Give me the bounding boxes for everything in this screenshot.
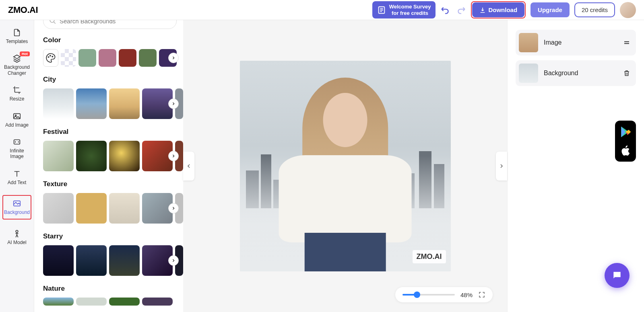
bg-thumb-starry[interactable] (109, 245, 140, 276)
bg-thumb-starry[interactable] (43, 245, 74, 276)
canvas-prev-button[interactable] (183, 152, 194, 181)
avatar[interactable] (620, 2, 636, 18)
survey-icon (377, 6, 386, 14)
palette-icon (45, 53, 56, 63)
canvas-image[interactable]: ZMO.AI (240, 61, 451, 271)
layer-image[interactable]: Image (516, 30, 636, 55)
bg-thumb-festival[interactable] (43, 141, 74, 171)
scroll-right-texture[interactable] (168, 203, 179, 213)
search-input[interactable] (60, 20, 171, 25)
transparent-swatch[interactable] (61, 49, 76, 67)
sidebar-item-background[interactable]: Background (2, 195, 31, 219)
section-texture-title: Texture (43, 180, 177, 188)
welcome-survey-button[interactable]: Welcome Survey for free credits (372, 1, 436, 18)
background-panel: Color City Festival (34, 20, 183, 312)
chat-icon (612, 270, 622, 281)
bg-thumb-texture[interactable] (109, 193, 140, 224)
canvas-area: ZMO.AI 48% (183, 20, 507, 312)
sidebar-item-templates[interactable]: Templates (2, 28, 31, 44)
chevron-right-icon (498, 163, 505, 169)
layer-background[interactable]: Background (516, 60, 636, 86)
trash-icon[interactable] (623, 70, 630, 77)
image-icon (12, 112, 21, 121)
drag-handle-icon[interactable] (623, 39, 630, 46)
search-icon (49, 20, 56, 25)
section-nature-title: Nature (43, 285, 177, 293)
background-icon (12, 199, 21, 208)
crop-icon (12, 86, 21, 94)
bg-thumb-city[interactable] (43, 88, 74, 119)
color-swatch[interactable] (99, 49, 116, 67)
download-highlight: Download (471, 1, 526, 18)
svg-point-7 (48, 57, 49, 57)
sidebar-item-resize[interactable]: Resize (2, 86, 31, 102)
scroll-right-starry[interactable] (168, 255, 179, 266)
zoom-control: 48% (395, 287, 493, 302)
bg-thumb-texture[interactable] (76, 193, 107, 224)
download-label: Download (488, 6, 517, 13)
upgrade-button[interactable]: Upgrade (530, 2, 570, 17)
redo-icon[interactable] (456, 5, 466, 15)
svg-point-9 (52, 56, 53, 57)
logo: ZMO.AI (8, 5, 38, 15)
survey-line2: for free credits (392, 10, 428, 16)
chevron-right-icon (171, 55, 176, 60)
bg-thumb-texture[interactable] (43, 193, 74, 224)
bg-thumb-nature[interactable] (76, 298, 107, 306)
bg-thumb-nature[interactable] (142, 298, 173, 306)
slider-thumb[interactable] (414, 291, 420, 298)
section-color-title: Color (43, 36, 177, 44)
layer-label: Background (544, 70, 617, 77)
color-swatch[interactable] (78, 49, 96, 67)
undo-icon[interactable] (440, 5, 451, 15)
zoom-percent: 48% (460, 291, 473, 298)
bg-thumb-nature[interactable] (109, 298, 140, 306)
section-city-title: City (43, 76, 177, 84)
download-icon (479, 7, 486, 13)
topbar-right: Welcome Survey for free credits Download… (372, 1, 636, 18)
scroll-right-color[interactable] (168, 53, 179, 63)
svg-point-8 (50, 55, 51, 56)
bg-thumb-starry[interactable] (76, 245, 107, 276)
fullscreen-icon[interactable] (478, 291, 485, 298)
apple-icon[interactable] (619, 145, 632, 157)
chevron-right-icon (171, 101, 176, 106)
scroll-right-festival[interactable] (168, 151, 179, 161)
svg-rect-3 (14, 140, 20, 144)
canvas-watermark: ZMO.AI (413, 250, 446, 263)
color-picker-button[interactable] (43, 49, 58, 67)
hot-badge: Hot (20, 51, 30, 56)
download-button[interactable]: Download (472, 2, 524, 17)
color-swatch[interactable] (119, 49, 136, 67)
sidebar-item-background-changer[interactable]: Hot Background Changer (2, 54, 31, 76)
google-play-icon[interactable] (619, 125, 632, 138)
bg-thumb-festival[interactable] (76, 141, 107, 171)
search-backgrounds[interactable] (43, 20, 177, 29)
layer-label: Image (544, 39, 617, 46)
credits-button[interactable]: 20 credits (574, 2, 615, 17)
zoom-slider[interactable] (402, 294, 455, 296)
sidebar-item-add-image[interactable]: Add Image (2, 112, 31, 128)
bg-thumb-city[interactable] (109, 88, 140, 119)
color-swatch[interactable] (139, 49, 157, 67)
scroll-right-city[interactable] (168, 99, 179, 109)
section-starry-title: Starry (43, 232, 177, 240)
templates-icon (12, 28, 21, 37)
chevron-right-icon (171, 154, 176, 158)
side-toolbar: Templates Hot Background Changer Resize … (0, 20, 34, 312)
bg-thumb-city[interactable] (76, 88, 107, 119)
bg-thumb-festival[interactable] (109, 141, 140, 171)
sidebar-item-add-text[interactable]: Add Text (2, 169, 31, 185)
bg-thumb-nature[interactable] (43, 298, 74, 306)
chat-fab[interactable] (605, 263, 630, 288)
survey-line1: Welcome Survey (389, 4, 431, 10)
sidebar-item-infinite-image[interactable]: Infinite Image (2, 138, 31, 160)
chevron-right-icon (171, 258, 176, 263)
text-icon (12, 169, 21, 178)
top-bar: ZMO.AI Welcome Survey for free credits D… (0, 0, 644, 20)
sidebar-item-ai-model[interactable]: AI Model (2, 229, 31, 245)
canvas-next-button[interactable] (496, 152, 507, 181)
chevron-left-icon (186, 163, 192, 169)
person-icon (12, 229, 21, 238)
section-festival-title: Festival (43, 128, 177, 136)
